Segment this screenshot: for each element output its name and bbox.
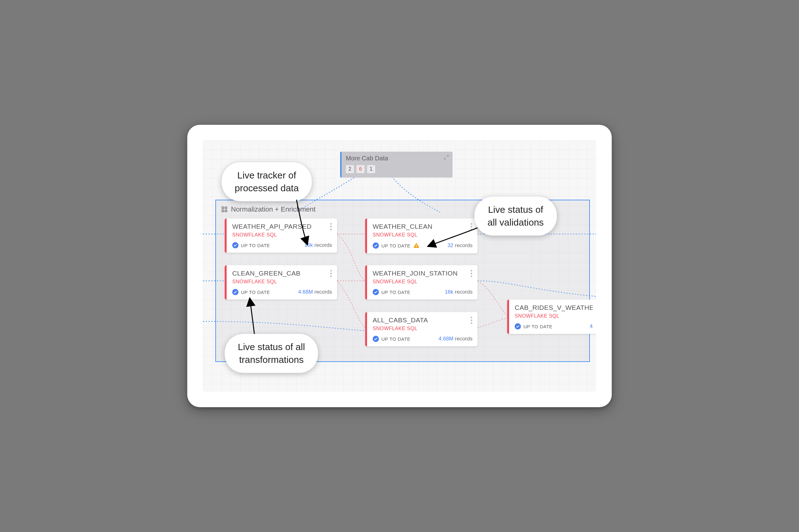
node-status: UP TO DATE: [381, 243, 411, 248]
check-icon: [232, 289, 239, 295]
node-weather-clean[interactable]: WEATHER_CLEAN SNOWFLAKE SQL UP TO DATE 3…: [365, 218, 477, 253]
node-title: WEATHER_JOIN_STATION: [373, 270, 473, 277]
node-title: CLEAN_GREEN_CAB: [232, 270, 332, 277]
node-weather-api-parsed[interactable]: WEATHER_API_PARSED SNOWFLAKE SQL UP TO D…: [225, 218, 337, 253]
frame: Normalization + Enrichment More Cab Data…: [187, 125, 612, 407]
check-icon: [515, 323, 521, 329]
node-title: CAB_RIDES_V_WEATHER: [515, 304, 593, 311]
svg-rect-1: [416, 247, 417, 247]
node-menu-button[interactable]: [468, 269, 474, 278]
node-engine: SNOWFLAKE SQL: [373, 326, 473, 331]
node-title: ALL_CABS_DATA: [373, 317, 473, 324]
node-clean-green-cab[interactable]: CLEAN_GREEN_CAB SNOWFLAKE SQL UP TO DATE…: [225, 265, 337, 300]
collapsed-group-title: More Cab Data: [346, 155, 448, 162]
warning-icon: [413, 242, 420, 249]
callout-line: transformations: [238, 354, 305, 366]
node-records: 4.68M records: [438, 336, 473, 342]
node-menu-button[interactable]: [468, 316, 474, 324]
callout-line: processed data: [235, 182, 299, 195]
node-weather-join-station[interactable]: WEATHER_JOIN_STATION SNOWFLAKE SQL UP TO…: [365, 265, 477, 300]
node-records: 16k records: [445, 289, 473, 295]
node-engine: SNOWFLAKE SQL: [232, 279, 332, 285]
group-header: Normalization + Enrichment: [221, 205, 316, 213]
expand-icon[interactable]: [443, 154, 450, 160]
node-records: 4: [590, 323, 593, 329]
node-status: UP TO DATE: [381, 336, 411, 342]
callout-line: all validations: [488, 216, 544, 229]
node-records: 16k records: [304, 242, 332, 248]
node-status: UP TO DATE: [241, 289, 270, 295]
node-menu-button[interactable]: [468, 222, 474, 231]
callout-validations: Live status of all validations: [474, 196, 557, 235]
node-status: UP TO DATE: [241, 243, 270, 248]
node-menu-button[interactable]: [328, 269, 334, 278]
check-icon: [373, 336, 379, 342]
node-engine: SNOWFLAKE SQL: [373, 232, 473, 238]
check-icon: [232, 242, 239, 248]
count-pill: 2: [346, 165, 354, 173]
count-pill: 1: [367, 165, 375, 173]
grid-icon: [221, 206, 228, 213]
node-engine: SNOWFLAKE SQL: [232, 232, 332, 238]
node-records: 32 records: [448, 243, 473, 249]
callout-processed-data: Live tracker of processed data: [222, 162, 312, 201]
check-icon: [373, 243, 379, 249]
node-records: 4.68M records: [298, 289, 332, 295]
collapsed-group-counts: 2 6 1: [346, 165, 448, 173]
node-title: WEATHER_API_PARSED: [232, 223, 332, 230]
node-engine: SNOWFLAKE SQL: [373, 279, 473, 285]
node-menu-button[interactable]: [328, 222, 334, 231]
node-title: WEATHER_CLEAN: [373, 223, 473, 230]
node-status: UP TO DATE: [381, 289, 411, 295]
callout-line: Live status of: [488, 204, 544, 216]
check-icon: [373, 289, 379, 295]
count-pill: 6: [357, 165, 364, 173]
node-all-cabs-data[interactable]: ALL_CABS_DATA SNOWFLAKE SQL UP TO DATE 4…: [365, 312, 477, 346]
svg-rect-0: [416, 244, 417, 246]
pipeline-canvas[interactable]: Normalization + Enrichment More Cab Data…: [203, 140, 596, 392]
group-title: Normalization + Enrichment: [231, 205, 316, 213]
callout-line: Live status of all: [238, 341, 305, 354]
callout-transformations: Live status of all transformations: [225, 334, 318, 373]
node-status: UP TO DATE: [524, 324, 552, 329]
node-engine: SNOWFLAKE SQL: [515, 313, 593, 319]
node-cab-rides-v-weather[interactable]: CAB_RIDES_V_WEATHER SNOWFLAKE SQL UP TO …: [507, 300, 596, 334]
callout-line: Live tracker of: [235, 169, 299, 182]
collapsed-group-more-cab-data[interactable]: More Cab Data 2 6 1: [340, 152, 453, 177]
